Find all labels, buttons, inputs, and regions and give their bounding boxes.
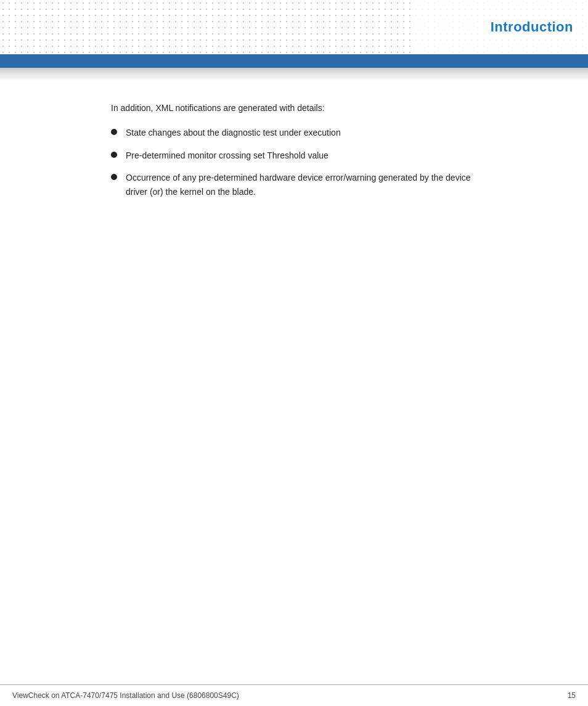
list-item-text: Occurrence of any pre-determined hardwar… [126,171,477,199]
bullet-list: State changes about the diagnostic test … [111,126,477,199]
header-title-block: Introduction [415,0,588,54]
list-item-text: State changes about the diagnostic test … [126,126,341,139]
intro-paragraph: In addition, XML notifications are gener… [111,101,477,115]
gray-bar [0,68,588,81]
bullet-dot-icon [111,152,117,158]
footer-left-text: ViewCheck on ATCA-7470/7475 Installation… [12,691,239,700]
page-title: Introduction [491,19,573,35]
footer-page-number: 15 [568,691,576,700]
list-item-text: Pre-determined monitor crossing set Thre… [126,149,329,162]
list-item: State changes about the diagnostic test … [111,126,477,139]
footer: ViewCheck on ATCA-7470/7475 Installation… [0,684,588,706]
header: Introduction [0,0,588,54]
bullet-dot-icon [111,129,117,135]
list-item: Pre-determined monitor crossing set Thre… [111,149,477,162]
bullet-dot-icon [111,174,117,180]
main-content: In addition, XML notifications are gener… [0,81,588,636]
blue-banner [0,54,588,68]
list-item: Occurrence of any pre-determined hardwar… [111,171,477,199]
